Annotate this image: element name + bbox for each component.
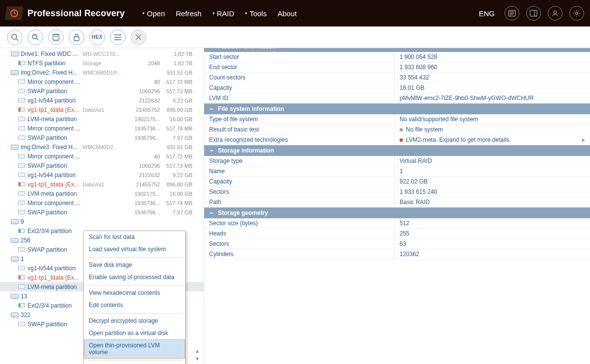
tree-row[interactable]: LVM-meta partition1902175...16.00 GB — [0, 189, 204, 198]
property-row: Name1 — [204, 166, 590, 177]
row-name: Mirror component ... — [27, 200, 80, 207]
section-header[interactable]: −Partition information — [204, 48, 590, 52]
property-row: Start sector1 900 054 528 — [204, 52, 590, 62]
collapse-icon: − — [209, 147, 214, 155]
tree-row[interactable]: Drive1: Fixed WDC ...WD-WCC1T0...1.82 TB — [0, 49, 204, 58]
property-row: Capacity16.01 GB — [204, 83, 590, 93]
tree-row[interactable]: SWAP partition1936796...7.97 GB — [0, 208, 204, 217]
property-key: Capacity — [204, 177, 395, 186]
partition-icon — [18, 303, 26, 309]
search-button[interactable] — [7, 29, 23, 45]
language-selector[interactable]: ENG — [479, 9, 495, 18]
status-dot-icon — [400, 138, 403, 142]
scroll-down-icon[interactable]: ▾ — [196, 355, 203, 362]
expand-arrow-icon: ▸ — [582, 136, 585, 143]
section-header[interactable]: −File system information — [204, 104, 590, 114]
section-header[interactable]: −Storage information — [204, 145, 590, 156]
ctx-item[interactable]: Enable saving of processed data — [84, 271, 185, 284]
tree-row[interactable]: vg1-lv544 partition21226329.22 GB — [0, 170, 204, 180]
partition-icon — [18, 321, 26, 327]
row-name: LVM-meta partition — [27, 116, 77, 123]
row-size: 517.73 MB — [162, 163, 196, 169]
ctx-item[interactable]: Open thin-provisioned LVM volume — [84, 339, 185, 359]
tree-scrollbar[interactable]: ▴ ▾ — [196, 48, 203, 364]
property-row: Count sectors33 554 432 — [204, 73, 590, 83]
tree-row[interactable]: Img:Drive2: Fixed H...WMC6M0D1P...931.51… — [0, 68, 204, 77]
app-title: Professional Recovery — [27, 8, 125, 19]
dropdown-icon: ▾ — [245, 11, 247, 16]
property-value: 120362 — [395, 249, 590, 259]
property-key: Heads — [204, 229, 395, 238]
svg-line-13 — [574, 11, 575, 12]
tree-row[interactable]: SWAP partition1060296517.73 MB — [0, 161, 204, 170]
menu-open[interactable]: ▾Open — [142, 9, 165, 18]
scroll-up-icon[interactable]: ▴ — [196, 347, 203, 354]
property-key: Start sector — [204, 52, 395, 62]
partition-icon — [18, 275, 26, 281]
refresh-scan-button[interactable] — [27, 29, 43, 45]
row-start: 21455752 — [125, 182, 162, 187]
row-name: 322 — [21, 312, 30, 318]
ctx-item[interactable]: Load saved virtual file system — [84, 243, 185, 256]
row-name: LVM-meta partition — [27, 284, 77, 290]
svg-rect-23 — [74, 37, 79, 41]
tree-row[interactable]: SWAP partition1936796...7.97 GB — [0, 133, 204, 142]
tree-row[interactable]: Mirror component ...40517.72 MB — [0, 77, 204, 86]
row-name: vg1-tp1_tdata (Ex... — [27, 106, 79, 113]
ctx-item[interactable]: Save disk image — [84, 259, 185, 271]
property-value[interactable]: LVM2-meta. Expand to get more details.▸ — [395, 135, 590, 145]
property-value: No file system — [395, 125, 590, 134]
section-title: Storage information — [218, 147, 274, 154]
row-start: 1902175... — [125, 116, 162, 122]
row-serial: WMC6M0D1P... — [82, 70, 125, 76]
tree-row[interactable]: NTFS partitionStorage20481.82 TB — [0, 58, 204, 68]
list-button[interactable] — [110, 29, 126, 45]
ctx-item[interactable]: Edit contents — [84, 299, 185, 312]
property-key: Storage type — [204, 156, 395, 166]
tree-row[interactable]: vg1-tp1_tdata (Ex...DataVol121455752896.… — [0, 105, 204, 114]
section-header[interactable]: −Storage geometry — [204, 208, 590, 218]
property-row: Sectors63 — [204, 239, 590, 249]
tree-row[interactable]: Mirror component ...1935736...517.74 MB — [0, 198, 204, 208]
hex-icon: HEX — [92, 34, 103, 40]
tree-row[interactable]: SWAP partition1060296517.73 MB — [0, 86, 204, 96]
decrypt-button[interactable] — [69, 29, 84, 45]
row-start: 1902175... — [125, 191, 162, 197]
disk-icon — [11, 144, 19, 150]
partition-icon — [18, 79, 26, 85]
row-serial: WD-WCC1T0... — [82, 51, 125, 57]
ctx-separator — [87, 360, 182, 361]
ctx-item[interactable]: Open partition as a virtual disk — [84, 327, 185, 339]
settings-button[interactable] — [569, 6, 584, 21]
hex-button[interactable]: HEX — [89, 29, 105, 45]
tree-row[interactable]: 9 — [0, 217, 204, 226]
tree-row[interactable]: Mirror component ...40517.72 MB — [0, 152, 204, 161]
svg-line-20 — [36, 38, 38, 40]
property-row: LVM IDpMvMlW-emc2-7lZE-9hb0-ShwM-yGWO-dW… — [204, 93, 590, 104]
close-panel-button[interactable] — [131, 29, 146, 45]
disk-icon — [11, 312, 19, 318]
ctx-item[interactable]: Calculate hash — [84, 362, 185, 364]
user-button[interactable] — [548, 6, 563, 21]
tree-row[interactable]: Mirror component ...1935736...517.74 MB — [0, 124, 204, 133]
section-title: File system information — [218, 105, 284, 112]
ctx-item[interactable]: Decrypt encrypted storage — [84, 315, 185, 327]
menu-raid[interactable]: ▾RAID — [213, 9, 235, 18]
menu-refresh[interactable]: Refresh — [176, 9, 202, 18]
ctx-item[interactable]: View hexadecimal contents — [84, 287, 185, 299]
panel-button[interactable] — [526, 6, 541, 21]
tree-row[interactable]: vg1-lv544 partition21226329.22 GB — [0, 96, 204, 105]
menu-about[interactable]: About — [277, 9, 296, 18]
tree-row[interactable]: LVM-meta partition1902175...16.00 GB — [0, 114, 204, 124]
tree-row[interactable]: Img:Drive3: Fixed H...WMC6M0D2...931.51 … — [0, 142, 204, 152]
row-size: 896.80 GB — [162, 107, 196, 113]
log-button[interactable] — [505, 6, 519, 21]
row-name: SWAP partition — [27, 321, 67, 328]
tree-row[interactable]: vg1-tp1_tdata (Ex...DataVol121455752896.… — [0, 180, 204, 189]
save-image-button[interactable] — [48, 29, 64, 45]
property-key: Type of file system — [204, 114, 395, 124]
ctx-item[interactable]: Scan for lost data — [84, 231, 185, 243]
disk-icon — [11, 237, 19, 243]
menu-tools[interactable]: ▾Tools — [245, 9, 267, 18]
dropdown-icon: ▾ — [142, 11, 145, 16]
